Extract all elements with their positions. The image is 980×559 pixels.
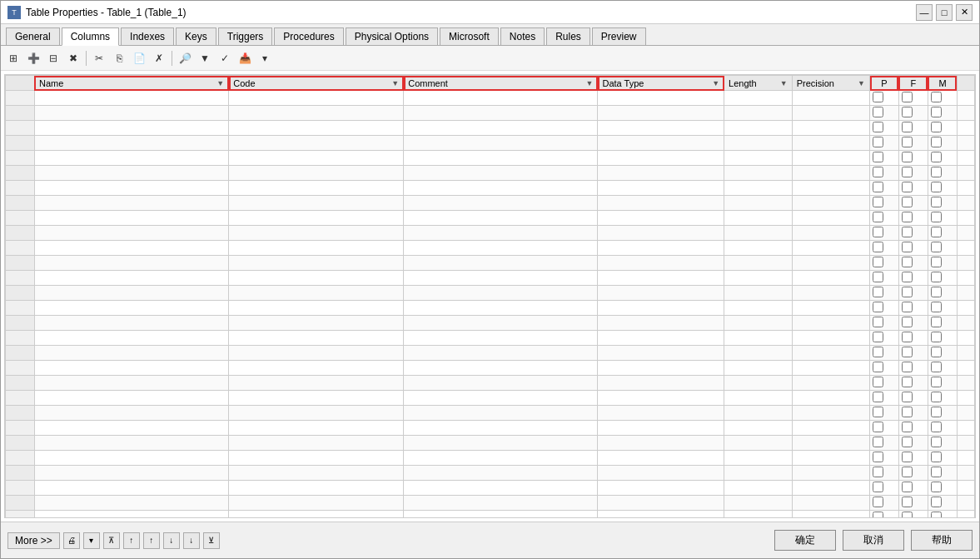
cell-name[interactable] <box>34 361 228 376</box>
checkbox-m[interactable] <box>931 272 942 282</box>
cell-comment[interactable] <box>404 166 598 181</box>
cell-name[interactable] <box>34 91 228 106</box>
checkbox-m[interactable] <box>931 92 942 102</box>
checkbox-f[interactable] <box>902 482 913 492</box>
toolbar-btn-12[interactable]: ✓ <box>216 49 234 67</box>
checkbox-f[interactable] <box>902 92 913 102</box>
cell-precision[interactable] <box>792 361 869 376</box>
cell-f[interactable] <box>898 361 928 376</box>
checkbox-m[interactable] <box>931 347 942 357</box>
cell-code[interactable] <box>229 226 404 241</box>
cell-name[interactable] <box>34 316 228 331</box>
toolbar-btn-2[interactable]: ⊟ <box>44 49 62 67</box>
cell-precision[interactable] <box>792 166 869 181</box>
cell-precision[interactable] <box>792 301 869 316</box>
cell-length[interactable] <box>724 496 793 511</box>
checkbox-m[interactable] <box>931 182 942 192</box>
cell-code[interactable] <box>229 256 404 271</box>
cell-datatype[interactable] <box>598 121 724 136</box>
cell-code[interactable] <box>229 361 404 376</box>
cell-comment[interactable] <box>404 361 598 376</box>
cell-f[interactable] <box>898 271 928 286</box>
cell-comment[interactable] <box>404 511 598 519</box>
checkbox-m[interactable] <box>931 407 942 417</box>
cell-length[interactable] <box>724 136 793 151</box>
checkbox-f[interactable] <box>902 287 913 297</box>
toolbar-btn-14[interactable]: ▾ <box>256 49 274 67</box>
checkbox-p[interactable] <box>873 482 883 492</box>
confirm-button[interactable]: 确定 <box>774 530 836 551</box>
nav-print-btn[interactable]: 🖨 <box>63 532 80 549</box>
cell-code[interactable] <box>229 346 404 361</box>
maximize-button[interactable]: □ <box>936 4 953 21</box>
cell-datatype[interactable] <box>598 511 724 519</box>
cell-precision[interactable] <box>792 151 869 166</box>
cell-p[interactable] <box>870 361 899 376</box>
cell-name[interactable] <box>34 271 228 286</box>
checkbox-f[interactable] <box>902 137 913 147</box>
more-button[interactable]: More >> <box>7 532 60 549</box>
checkbox-f[interactable] <box>902 302 913 312</box>
cell-p[interactable] <box>870 481 899 496</box>
cell-p[interactable] <box>870 346 899 361</box>
cell-name[interactable] <box>34 406 228 421</box>
checkbox-m[interactable] <box>931 362 942 372</box>
tab-indexes[interactable]: Indexes <box>121 27 174 45</box>
cell-m[interactable] <box>928 496 957 511</box>
toolbar-btn-10[interactable]: 🔎 <box>176 49 194 67</box>
checkbox-m[interactable] <box>931 227 942 237</box>
cell-p[interactable] <box>870 316 899 331</box>
checkbox-m[interactable] <box>931 197 942 207</box>
toolbar-btn-11[interactable]: ▼ <box>196 49 214 67</box>
cell-f[interactable] <box>898 196 928 211</box>
cell-datatype[interactable] <box>598 271 724 286</box>
checkbox-p[interactable] <box>873 317 883 327</box>
cell-datatype[interactable] <box>598 391 724 406</box>
cell-comment[interactable] <box>404 451 598 466</box>
cell-comment[interactable] <box>404 436 598 451</box>
tab-general[interactable]: General <box>6 27 60 45</box>
toolbar-btn-13[interactable]: 📥 <box>236 49 254 67</box>
tab-triggers[interactable]: Triggers <box>218 27 273 45</box>
cell-precision[interactable] <box>792 211 869 226</box>
toolbar-btn-0[interactable]: ⊞ <box>4 49 22 67</box>
checkbox-f[interactable] <box>902 167 913 177</box>
cell-length[interactable] <box>724 346 793 361</box>
checkbox-p[interactable] <box>873 347 883 357</box>
cell-comment[interactable] <box>404 481 598 496</box>
cell-precision[interactable] <box>792 316 869 331</box>
nav-down[interactable]: ↓ <box>163 532 180 549</box>
cell-name[interactable] <box>34 151 228 166</box>
checkbox-m[interactable] <box>931 392 942 402</box>
cell-comment[interactable] <box>404 181 598 196</box>
checkbox-f[interactable] <box>902 437 913 447</box>
cell-f[interactable] <box>898 466 928 481</box>
checkbox-m[interactable] <box>931 422 942 432</box>
cell-f[interactable] <box>898 481 928 496</box>
cell-f[interactable] <box>898 376 928 391</box>
cell-f[interactable] <box>898 286 928 301</box>
cell-datatype[interactable] <box>598 106 724 121</box>
nav-up2[interactable]: ↑ <box>143 532 160 549</box>
tab-preview[interactable]: Preview <box>592 27 646 45</box>
cell-name[interactable] <box>34 256 228 271</box>
cell-name[interactable] <box>34 286 228 301</box>
cell-comment[interactable] <box>404 391 598 406</box>
cell-p[interactable] <box>870 256 899 271</box>
close-button[interactable]: ✕ <box>956 4 973 21</box>
tab-microsoft[interactable]: Microsoft <box>440 27 499 45</box>
cell-length[interactable] <box>724 286 793 301</box>
checkbox-f[interactable] <box>902 182 913 192</box>
cell-f[interactable] <box>898 316 928 331</box>
cell-precision[interactable] <box>792 91 869 106</box>
checkbox-m[interactable] <box>931 152 942 162</box>
checkbox-m[interactable] <box>931 452 942 462</box>
cell-p[interactable] <box>870 511 899 519</box>
tab-keys[interactable]: Keys <box>176 27 216 45</box>
cell-code[interactable] <box>229 271 404 286</box>
cell-p[interactable] <box>870 121 899 136</box>
checkbox-p[interactable] <box>873 92 883 102</box>
cell-name[interactable] <box>34 121 228 136</box>
cell-datatype[interactable] <box>598 421 724 436</box>
checkbox-f[interactable] <box>902 407 913 417</box>
